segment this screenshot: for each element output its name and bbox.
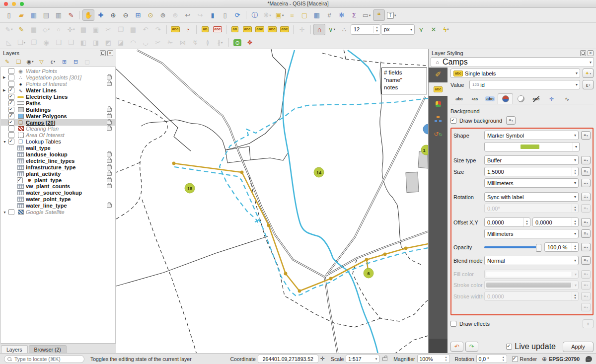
offset-unit-override-button[interactable]: ≡ xyxy=(581,229,591,238)
style-redo-button[interactable]: ↷ xyxy=(465,342,478,352)
move-label-button[interactable]: abc xyxy=(254,24,266,35)
tab-layers[interactable]: Layers xyxy=(1,345,28,354)
style-undo-button[interactable]: ↶ xyxy=(450,342,463,352)
offset-unit-combo[interactable]: Millimeters ▾ xyxy=(484,229,579,238)
spinner-arrows[interactable]: ▲▼ xyxy=(523,218,530,226)
layer-visibility-checkbox[interactable] xyxy=(8,87,14,93)
map-plugin-button[interactable]: ❖ xyxy=(244,37,256,48)
tab-text[interactable]: abc xyxy=(451,93,467,104)
pan-map-button[interactable]: ✋ xyxy=(82,9,94,21)
tab-callouts[interactable]: abc xyxy=(528,93,544,104)
opacity-override-button[interactable]: ≡ xyxy=(581,243,591,251)
magnifier-input[interactable]: 100% ▲▼ xyxy=(417,355,450,363)
layer-visibility-checkbox[interactable] xyxy=(8,132,14,138)
snapping-tolerance-input[interactable]: 12▲▼ xyxy=(351,24,380,35)
styling-panel-close-icon[interactable]: ✕ xyxy=(588,50,594,56)
tab-background[interactable] xyxy=(498,93,513,104)
marker-symbol-preview-combo[interactable]: ▾ xyxy=(484,142,580,151)
mouse-position-icon[interactable]: ✛ xyxy=(320,356,325,362)
layer-item-water-point-type[interactable]: water_point_type xyxy=(1,196,115,203)
layer-item-lookup-tables[interactable]: ▼❐Lookup Tables xyxy=(1,139,115,145)
measure-button[interactable]: ▭▾ xyxy=(361,9,372,21)
zoom-to-selection-button[interactable]: ⊙ xyxy=(145,9,156,21)
identify-features-button[interactable]: ⓘ xyxy=(249,9,261,21)
highlight-pinned-labels-button[interactable]: ab xyxy=(199,24,211,35)
tab-rendering[interactable]: ∿ xyxy=(559,93,575,104)
show-unplaced-labels-button[interactable]: abc xyxy=(212,24,224,35)
layer-item-plant-type[interactable]: plant_type xyxy=(1,177,115,183)
layer-visibility-checkbox[interactable] xyxy=(8,139,14,145)
pin-unpin-labels-button[interactable]: ab xyxy=(229,24,241,35)
maximize-window-button[interactable] xyxy=(20,2,24,6)
size-input[interactable]: 1,5000 ▲▼ xyxy=(484,167,579,176)
offset-y-input[interactable]: 0,0000 ▲▼ xyxy=(532,218,579,227)
label-mode-combo[interactable]: abc Single labels ▾ xyxy=(450,69,580,78)
layer-item-water-points[interactable]: ◉Water Points xyxy=(1,68,115,74)
layer-item-buildings[interactable]: Buildings xyxy=(1,106,115,113)
expander-icon[interactable]: ▶ xyxy=(3,75,8,79)
locator-search[interactable] xyxy=(4,355,84,363)
draw-background-checkbox[interactable] xyxy=(450,118,456,124)
open-layer-styling-dock-button[interactable]: ✎ xyxy=(2,57,12,67)
layer-item-clearing-plan[interactable]: Clearing Plan xyxy=(1,126,115,132)
layer-visibility-checkbox[interactable] xyxy=(8,94,14,100)
field-calculator-button[interactable]: # xyxy=(323,9,335,21)
spinner-arrows[interactable]: ▲▼ xyxy=(445,356,447,362)
change-label-button[interactable]: abc xyxy=(279,24,291,35)
layer-labeling-options-button[interactable]: abc xyxy=(169,24,181,35)
spinner-arrows[interactable]: ▲▼ xyxy=(572,218,578,226)
draw-background-override-button[interactable]: ≡ xyxy=(506,116,516,125)
zoom-out-button[interactable]: ⊖ xyxy=(120,9,132,21)
coordinate-input[interactable]: 264401.09,271893.52 xyxy=(258,355,318,363)
topological-editing-button[interactable]: ∨▾ xyxy=(326,24,338,35)
tracing-intersect-button[interactable]: ✕ xyxy=(428,24,440,35)
size-type-combo[interactable]: Buffer ▾ xyxy=(484,155,579,165)
layer-item-electricity-lines[interactable]: Electricity Lines xyxy=(1,94,115,100)
pan-to-selection-button[interactable]: ✚ xyxy=(95,9,107,21)
layer-item-vw-plant-counts[interactable]: vw_plant_counts xyxy=(1,183,115,190)
layer-visibility-checkbox[interactable] xyxy=(8,120,14,126)
render-checkbox[interactable] xyxy=(512,356,518,362)
size-type-override-button[interactable]: ≡ xyxy=(581,156,591,164)
opacity-slider-handle[interactable] xyxy=(536,244,541,252)
layer-item-water-line-type[interactable]: water_line_type xyxy=(1,203,115,209)
layer-item-paths[interactable]: Paths xyxy=(1,100,115,106)
size-override-button[interactable]: ≡ xyxy=(581,167,591,176)
show-bookmarks-button[interactable]: ▯ xyxy=(219,9,231,21)
draw-effects-checkbox[interactable] xyxy=(450,321,456,327)
new-project-button[interactable]: ▯ xyxy=(3,9,15,21)
deselect-features-button[interactable]: ▢ xyxy=(298,9,310,21)
zoom-to-layer-button[interactable]: ⊚ xyxy=(157,9,169,21)
tab-shadow[interactable] xyxy=(513,93,528,104)
layer-visibility-checkbox[interactable] xyxy=(8,113,14,119)
map-tips-button[interactable]: ❝ xyxy=(373,9,385,21)
layer-item-google-satellite[interactable]: ▼Google Satellite xyxy=(1,209,115,216)
blend-mode-combo[interactable]: Normal ▾ xyxy=(484,256,579,265)
layer-visibility-checkbox[interactable] xyxy=(8,126,14,132)
layer-item-electric-line-types[interactable]: electric_line_types xyxy=(1,157,115,164)
style-manager-button[interactable]: ✎ xyxy=(65,9,77,21)
layout-manager-button[interactable]: ▥ xyxy=(53,9,65,21)
crs-status-button[interactable]: EPSG:20790 xyxy=(549,356,580,362)
history-tab[interactable]: ↺↻ xyxy=(429,127,447,141)
size-unit-override-button[interactable]: ≡ xyxy=(581,179,591,187)
layer-visibility-checkbox[interactable] xyxy=(8,107,14,113)
styled-layer-combo[interactable]: ⌂ Camps ▾ xyxy=(431,57,594,67)
collapse-all-button[interactable]: ⊟ xyxy=(71,57,81,67)
layer-item-water-lines[interactable]: ▶∿Water Lines xyxy=(1,87,115,94)
open-attribute-table-button[interactable]: ▦ xyxy=(311,9,323,21)
blend-mode-override-button[interactable]: ≡ xyxy=(581,256,591,265)
shape-combo[interactable]: Marker Symbol ▾ xyxy=(484,131,579,140)
layer-item-vegetation-points-301[interactable]: ▶∴Vegetation points [301] xyxy=(1,74,115,81)
layer-diagram-options-button[interactable]: ◔ xyxy=(182,24,194,35)
apply-button[interactable]: Apply xyxy=(563,342,594,352)
symbology-tab[interactable]: ✐ xyxy=(429,68,447,81)
live-update-checkbox[interactable] xyxy=(506,344,512,350)
rotation-input[interactable]: 0,0 ° ▲▼ xyxy=(476,355,507,363)
shape-override-button[interactable]: ≡ xyxy=(581,131,591,140)
close-window-button[interactable] xyxy=(4,2,8,6)
label-rules-button[interactable]: ✦ xyxy=(583,69,594,78)
layers-panel-close-icon[interactable]: ✕ xyxy=(107,50,113,56)
select-by-value-button[interactable]: ≡ xyxy=(286,9,298,21)
layer-visibility-checkbox[interactable] xyxy=(8,68,14,74)
